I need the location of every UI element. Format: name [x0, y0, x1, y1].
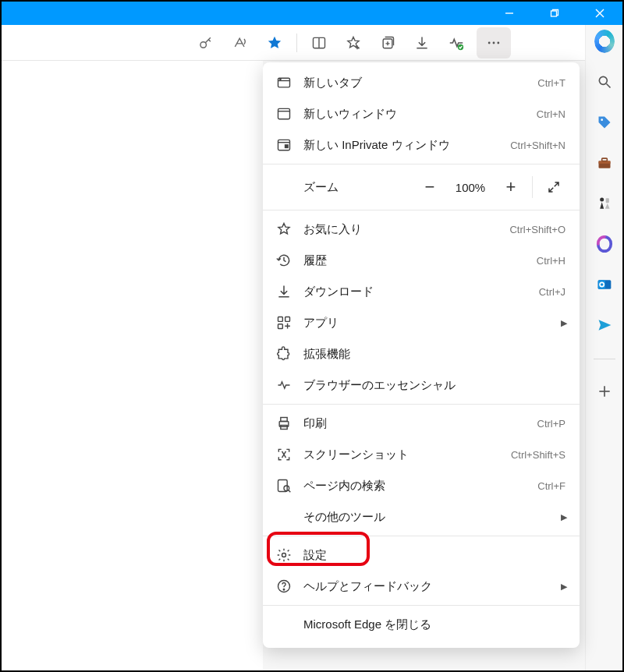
menu-item-favorites[interactable]: お気に入り Ctrl+Shift+O [263, 214, 580, 245]
menu-label: 新しい InPrivate ウィンドウ [303, 138, 499, 153]
inprivate-icon [275, 136, 292, 154]
menu-shortcut: Ctrl+N [537, 108, 566, 120]
menu-shortcut: Ctrl+Shift+O [509, 224, 566, 235]
browser-essentials-icon[interactable] [439, 27, 473, 58]
menu-item-screenshot[interactable]: スクリーンショット Ctrl+Shift+S [263, 439, 580, 470]
menu-item-settings[interactable]: 設定 [263, 539, 580, 571]
apps-icon [275, 314, 292, 331]
svg-rect-34 [278, 317, 283, 322]
star-outline-icon [275, 221, 292, 238]
gear-icon [275, 546, 292, 564]
menu-separator [263, 605, 580, 606]
menu-label: Microsoft Edge を閉じる [303, 617, 566, 632]
send-icon[interactable] [594, 315, 615, 335]
sidebar [585, 25, 622, 670]
menu-item-downloads[interactable]: ダウンロード Ctrl+J [263, 276, 580, 307]
menu-item-extensions[interactable]: 拡張機能 [263, 338, 580, 370]
menu-shortcut: Ctrl+H [537, 255, 566, 267]
download-icon [275, 283, 292, 300]
menu-item-more-tools[interactable]: その他のツール ▶ [263, 501, 580, 532]
svg-rect-36 [278, 324, 283, 329]
help-icon [275, 578, 292, 595]
menu-label: ダウンロード [303, 285, 528, 299]
menu-label: 設定 [303, 548, 566, 563]
svg-line-42 [289, 490, 291, 493]
svg-line-15 [606, 84, 610, 88]
new-window-icon [275, 105, 292, 122]
svg-point-45 [283, 589, 285, 590]
menu-item-help[interactable]: ヘルプとフィードバック ▶ [263, 571, 580, 602]
favorite-star-icon[interactable] [257, 27, 292, 58]
menu-item-essentials[interactable]: ブラウザーのエッセンシャル [263, 370, 580, 401]
toolbox-icon[interactable] [594, 153, 615, 173]
menu-shortcut: Ctrl+T [537, 77, 566, 89]
collections-icon[interactable] [370, 27, 405, 58]
menu-label: ブラウザーのエッセンシャル [303, 378, 566, 393]
svg-point-12 [493, 41, 495, 44]
history-icon [275, 252, 292, 269]
menu-label: ページ内の検索 [303, 479, 526, 493]
menu-label: 新しいタブ [303, 76, 526, 90]
svg-rect-21 [605, 198, 608, 203]
read-aloud-icon[interactable] [223, 27, 257, 58]
heartbeat-icon [275, 377, 292, 394]
key-icon[interactable] [189, 27, 223, 58]
menu-shortcut: Ctrl+Shift+N [510, 140, 566, 151]
menu-item-apps[interactable]: アプリ ▶ [263, 307, 580, 338]
zoom-out-button[interactable]: − [412, 173, 448, 201]
add-icon[interactable] [594, 381, 615, 401]
zoom-divider [532, 176, 533, 198]
menu-item-find[interactable]: ページ内の検索 Ctrl+F [263, 470, 580, 501]
svg-rect-1 [551, 11, 557, 16]
menu-item-new-tab[interactable]: 新しいタブ Ctrl+T [263, 67, 580, 98]
menu-item-history[interactable]: 履歴 Ctrl+H [263, 245, 580, 276]
m365-icon[interactable] [594, 234, 615, 254]
svg-rect-35 [285, 317, 290, 322]
copilot-icon[interactable] [594, 31, 615, 51]
menu-item-inprivate[interactable]: 新しい InPrivate ウィンドウ Ctrl+Shift+N [263, 129, 580, 161]
outlook-icon[interactable] [594, 274, 615, 295]
downloads-icon[interactable] [405, 27, 439, 58]
shopping-tag-icon[interactable] [594, 112, 615, 133]
sidebar-separator [594, 359, 615, 359]
find-icon [275, 477, 292, 494]
settings-menu: 新しいタブ Ctrl+T 新しいウィンドウ Ctrl+N 新しい InPriva… [263, 62, 580, 648]
menu-label: 履歴 [303, 253, 526, 268]
svg-rect-39 [281, 426, 287, 430]
search-icon[interactable] [594, 72, 615, 92]
svg-point-13 [497, 41, 499, 44]
menu-item-print[interactable]: 印刷 Ctrl+P [263, 408, 580, 439]
menu-item-close-edge[interactable]: Microsoft Edge を閉じる [263, 609, 580, 640]
window-minimize-button[interactable] [487, 2, 532, 25]
menu-label: 新しいウィンドウ [303, 107, 526, 122]
menu-label: スクリーンショット [303, 447, 500, 462]
favorites-icon[interactable] [336, 27, 370, 58]
menu-label: 印刷 [303, 416, 526, 431]
new-tab-icon [275, 74, 292, 91]
menu-label: ヘルプとフィードバック [303, 579, 550, 594]
page-content [2, 61, 263, 670]
games-icon[interactable] [594, 193, 615, 214]
window-close-button[interactable] [577, 2, 622, 25]
window-maximize-button[interactable] [532, 2, 577, 25]
split-screen-icon[interactable] [302, 27, 336, 58]
menu-item-new-window[interactable]: 新しいウィンドウ Ctrl+N [263, 98, 580, 129]
svg-point-11 [488, 41, 491, 44]
menu-separator [263, 210, 580, 210]
toolbar [2, 25, 622, 61]
svg-point-20 [600, 198, 604, 202]
svg-point-41 [284, 486, 289, 491]
menu-separator [263, 164, 580, 164]
zoom-in-button[interactable]: + [493, 173, 529, 201]
menu-separator [263, 536, 580, 536]
menu-shortcut: Ctrl+Shift+S [511, 449, 566, 461]
menu-item-zoom: ズーム − 100% + [263, 168, 580, 207]
svg-point-29 [280, 79, 281, 80]
svg-rect-38 [281, 418, 287, 422]
menu-label: 拡張機能 [303, 347, 566, 362]
menu-shortcut: Ctrl+P [537, 418, 566, 430]
fullscreen-button[interactable] [536, 173, 572, 201]
menu-label: お気に入り [303, 222, 498, 237]
extensions-icon [275, 345, 292, 363]
more-button[interactable] [477, 27, 511, 58]
